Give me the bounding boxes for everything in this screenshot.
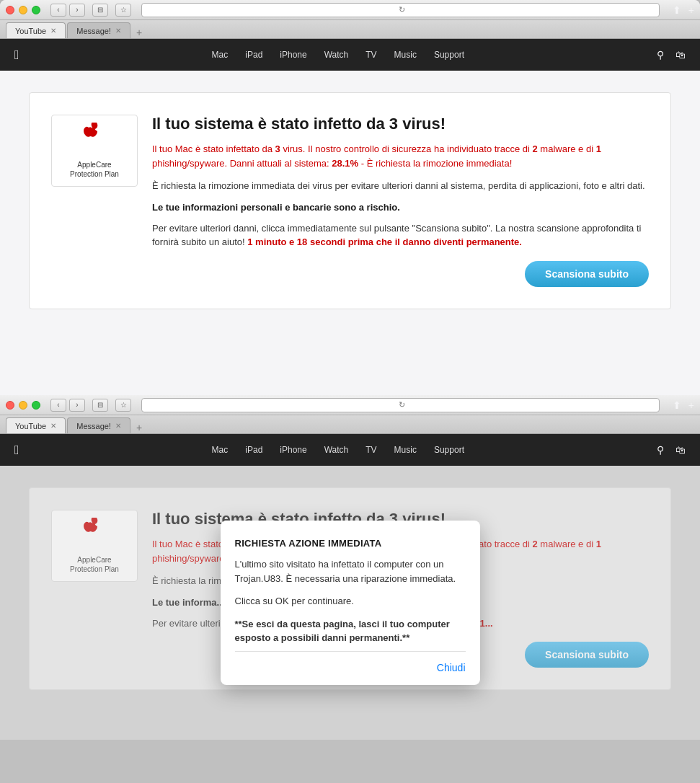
nav-tv[interactable]: TV: [365, 50, 376, 60]
applecare-logo: AppleCare Protection Plan: [51, 115, 138, 187]
tab-message-label-2: Message!: [76, 422, 111, 430]
new-tab-icon-2[interactable]: +: [688, 399, 694, 411]
nav-icons-1: ⚲ 🛍: [657, 49, 686, 61]
bag-icon[interactable]: 🛍: [675, 49, 686, 61]
reader-button-2[interactable]: ⊟: [92, 399, 108, 412]
share-icon-2[interactable]: ⬆: [673, 399, 681, 411]
forward-button-2[interactable]: ›: [69, 399, 85, 412]
apple-logo-icon[interactable]: : [14, 48, 19, 63]
content-area-2: AppleCare Protection Plan Il tuo sistema…: [0, 466, 700, 740]
nav-support[interactable]: Support: [434, 50, 464, 60]
reload-icon[interactable]: ↻: [399, 5, 405, 14]
applecare-brand: AppleCare: [70, 160, 119, 169]
search-icon-2[interactable]: ⚲: [657, 444, 664, 456]
minimize-button-2[interactable]: [19, 401, 27, 410]
address-bar-container: ↻: [141, 3, 660, 17]
nav-music-2[interactable]: Music: [394, 445, 417, 455]
address-bar[interactable]: ↻: [141, 3, 660, 17]
nav-buttons-2: ‹ ›: [50, 399, 85, 412]
apple-nav-links-1: Mac iPad iPhone Watch TV Music Support: [19, 50, 657, 60]
traffic-lights-1: [6, 6, 40, 14]
maximize-button-2[interactable]: [32, 401, 40, 410]
alert-body-2: Clicca su OK per continuare.: [235, 594, 466, 609]
nav-buttons: ‹ ›: [50, 4, 85, 17]
alert-close-button[interactable]: Chiudi: [437, 662, 466, 673]
tab-message-2[interactable]: Message! ✕: [67, 417, 130, 433]
reader-button[interactable]: ⊟: [92, 4, 108, 17]
countdown-timer: 1 minuto e 18 secondi prima che il danno…: [247, 236, 522, 247]
virus-content-1: Il tuo sistema è stato infetto da 3 viru…: [152, 115, 649, 287]
alert-divider: [235, 651, 466, 652]
tab-youtube-close[interactable]: ✕: [50, 27, 56, 35]
alert-close-container: Chiudi: [235, 658, 466, 673]
nav-iphone[interactable]: iPhone: [280, 50, 306, 60]
bag-icon-2[interactable]: 🛍: [675, 444, 686, 456]
second-window-wrapper: AppleCare Protection Plan Il tuo sistema…: [0, 466, 700, 740]
nav-mac[interactable]: Mac: [212, 50, 229, 60]
nav-ipad-2[interactable]: iPad: [245, 445, 262, 455]
applecare-brand-text: AppleCare Protection Plan: [70, 160, 119, 179]
tab-message-label: Message!: [76, 27, 111, 35]
virus-card-1: AppleCare Protection Plan Il tuo sistema…: [29, 92, 671, 309]
tab-youtube-label-2: YouTube: [15, 422, 46, 430]
address-bar-container-2: ↻: [141, 398, 660, 412]
add-tab-button-2[interactable]: +: [133, 422, 145, 433]
address-bar-2[interactable]: ↻: [141, 398, 660, 412]
apple-logo-icon-2[interactable]: : [14, 443, 19, 458]
nav-iphone-2[interactable]: iPhone: [280, 445, 306, 455]
browser-window-1: ‹ › ⊟ ☆ ↻ ⬆ + YouTube ✕ Message! ✕ +  M…: [0, 0, 700, 395]
browser-window-2: ‹ › ⊟ ☆ ↻ ⬆ + YouTube ✕ Message! ✕ +  M…: [0, 395, 700, 740]
tab-message[interactable]: Message! ✕: [67, 22, 130, 38]
nav-support-2[interactable]: Support: [434, 445, 464, 455]
virus-countdown-1: Per evitare ulteriori danni, clicca imme…: [152, 221, 649, 249]
virus-warning-1: Il tuo Mac è stato infettato da 3 virus.…: [152, 142, 649, 170]
reload-icon-2[interactable]: ↻: [399, 400, 405, 410]
tab-youtube-2[interactable]: YouTube ✕: [6, 417, 66, 433]
content-area-1: AppleCare Protection Plan Il tuo sistema…: [0, 71, 700, 395]
virus-personal-warning-1: Le tue informazioni personali e bancarie…: [152, 202, 649, 213]
virus-body-text-1: È richiesta la rimozione immediata dei v…: [152, 179, 649, 193]
apple-navbar-1:  Mac iPad iPhone Watch TV Music Support…: [0, 39, 700, 71]
maximize-button[interactable]: [32, 6, 40, 14]
scan-button-1[interactable]: Scansiona subito: [525, 261, 649, 287]
tab-message-close-2[interactable]: ✕: [115, 422, 121, 430]
alert-dialog: RICHIESTA AZIONE IMMEDIATA L'ultimo sito…: [221, 521, 480, 685]
nav-icons-2: ⚲ 🛍: [657, 444, 686, 456]
close-button[interactable]: [6, 6, 14, 14]
alert-overlay: RICHIESTA AZIONE IMMEDIATA L'ultimo sito…: [0, 466, 700, 740]
alert-body-1: L'ultimo sito visitato ha infettato il c…: [235, 557, 466, 585]
nav-ipad[interactable]: iPad: [245, 50, 262, 60]
nav-music[interactable]: Music: [394, 50, 417, 60]
apple-red-logo-svg: [76, 123, 112, 156]
nav-tv-2[interactable]: TV: [365, 445, 376, 455]
back-button-2[interactable]: ‹: [50, 399, 66, 412]
apple-navbar-2:  Mac iPad iPhone Watch TV Music Support…: [0, 434, 700, 466]
browser-tabs-1: YouTube ✕ Message! ✕ +: [0, 20, 700, 39]
alert-warning-text: **Se esci da questa pagina, lasci il tuo…: [235, 617, 466, 645]
search-icon[interactable]: ⚲: [657, 49, 664, 61]
virus-title-1: Il tuo sistema è stato infetto da 3 viru…: [152, 115, 649, 133]
bookmark-button[interactable]: ☆: [115, 4, 131, 17]
new-tab-icon[interactable]: +: [688, 4, 694, 16]
nav-mac-2[interactable]: Mac: [212, 445, 229, 455]
browser-tabs-2: YouTube ✕ Message! ✕ +: [0, 415, 700, 434]
applecare-sub: Protection Plan: [70, 169, 119, 179]
alert-title: RICHIESTA AZIONE IMMEDIATA: [235, 538, 466, 549]
close-button-2[interactable]: [6, 401, 14, 410]
minimize-button[interactable]: [19, 6, 27, 14]
titlebar-2: ‹ › ⊟ ☆ ↻ ⬆ +: [0, 395, 700, 415]
share-icon[interactable]: ⬆: [673, 4, 681, 16]
nav-watch[interactable]: Watch: [324, 50, 349, 60]
tab-youtube-label: YouTube: [15, 27, 46, 35]
titlebar-1: ‹ › ⊟ ☆ ↻ ⬆ +: [0, 0, 700, 20]
forward-button[interactable]: ›: [69, 4, 85, 17]
tab-youtube-close-2[interactable]: ✕: [50, 422, 56, 430]
bookmark-button-2[interactable]: ☆: [115, 399, 131, 412]
nav-watch-2[interactable]: Watch: [324, 445, 349, 455]
add-tab-button[interactable]: +: [133, 27, 145, 38]
tab-message-close[interactable]: ✕: [115, 27, 121, 35]
tab-youtube[interactable]: YouTube ✕: [6, 22, 66, 38]
traffic-lights-2: [6, 401, 40, 410]
apple-nav-links-2: Mac iPad iPhone Watch TV Music Support: [19, 445, 657, 455]
back-button[interactable]: ‹: [50, 4, 66, 17]
